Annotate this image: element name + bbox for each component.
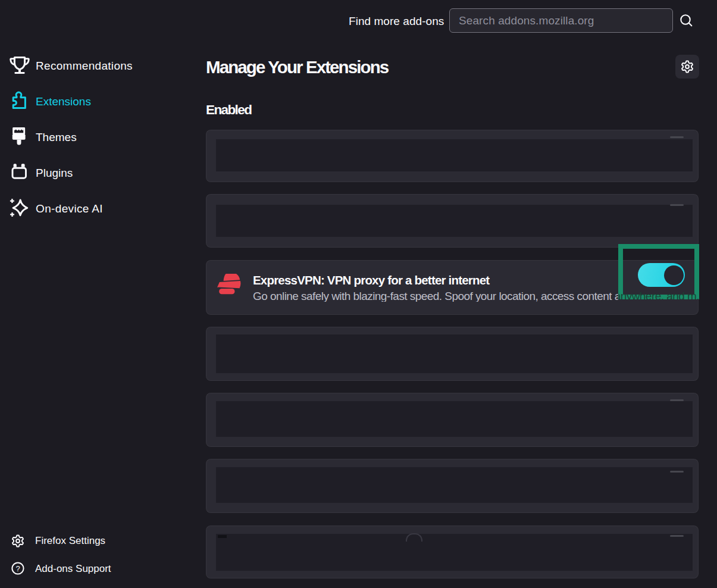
- svg-text:?: ?: [15, 564, 20, 573]
